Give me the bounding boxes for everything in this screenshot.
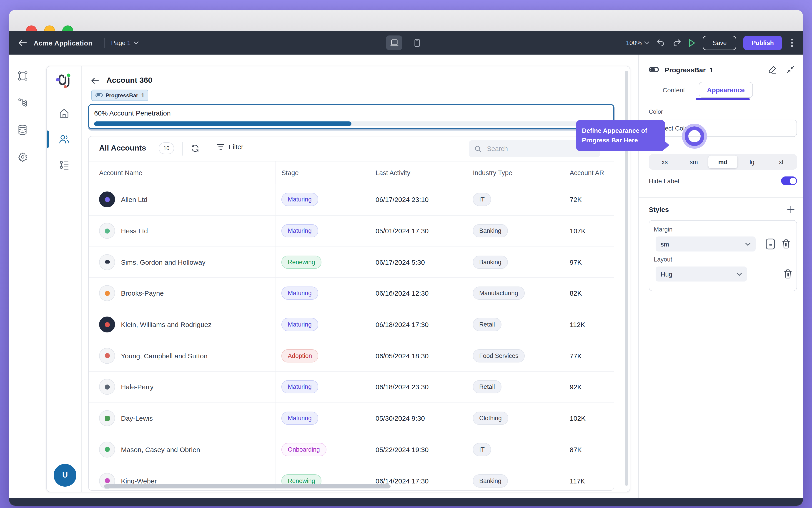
last-activity: 06/16/2024 12:30 [370, 278, 467, 308]
canvas-frame-icon[interactable] [17, 71, 28, 81]
table-row[interactable]: Hale-Perry Maturing 06/18/2024 23:30 Ret… [89, 372, 614, 403]
column-header[interactable]: Stage [275, 162, 370, 184]
last-activity: 06/18/2024 23:30 [370, 372, 467, 402]
edit-pencil-icon[interactable] [768, 66, 776, 74]
industry-badge: Banking [473, 255, 508, 268]
stage-badge: Renewing [281, 255, 321, 268]
mobile-view-button[interactable] [409, 36, 425, 50]
table-row[interactable]: Allen Ltd Maturing 06/17/2024 23:10 IT 7… [89, 184, 614, 215]
selected-widget-chip[interactable]: ProgressBar_1 [91, 90, 148, 101]
column-header[interactable]: Industry Type [467, 162, 564, 184]
hide-label-toggle[interactable] [781, 176, 797, 185]
refresh-icon[interactable] [190, 144, 199, 153]
table-row[interactable]: Day-Lewis Maturing 05/30/2024 9:30 Cloth… [89, 403, 614, 434]
stage-badge: Maturing [281, 193, 318, 206]
stage-badge: Adoption [281, 349, 318, 363]
column-header[interactable]: Account AR [564, 162, 614, 184]
page-selector[interactable]: Page 1 [111, 39, 139, 46]
tab-appearance[interactable]: Appearance [699, 82, 753, 98]
table-row[interactable]: Young, Campbell and Sutton Adoption 06/0… [89, 340, 614, 372]
desktop-background: Acme Application Page 1 100% [0, 0, 812, 508]
progressbar-track [94, 121, 608, 126]
page-title: Account 360 [106, 76, 152, 85]
company-logo [99, 285, 115, 301]
progressbar-widget[interactable]: 60% Account Penetration [88, 104, 614, 129]
table-row[interactable]: Mason, Casey and Obrien Onboarding 05/22… [89, 434, 614, 465]
back-arrow-icon[interactable] [18, 39, 27, 46]
home-icon[interactable] [59, 108, 70, 119]
editor-rail [9, 54, 36, 498]
size-option-xl[interactable]: xl [767, 156, 796, 168]
account-ar: 77K [564, 340, 614, 371]
undo-icon[interactable] [657, 39, 665, 46]
window-titlebar [9, 10, 803, 31]
database-icon[interactable] [18, 125, 27, 135]
last-activity: 06/05/2024 18:30 [370, 340, 467, 371]
table-row[interactable]: Klein, Williams and Rodriguez Maturing 0… [89, 309, 614, 340]
desktop-view-button[interactable] [386, 36, 402, 50]
account-name: Young, Campbell and Sutton [121, 352, 208, 360]
horizontal-scrollbar[interactable] [104, 484, 391, 489]
account-ar: 112K [564, 309, 614, 340]
column-header[interactable]: Account Name [89, 162, 275, 184]
account-name: Day-Lewis [121, 414, 153, 422]
size-segmented-control: xs sm md lg xl [649, 154, 797, 170]
zoom-control[interactable]: 100% [626, 39, 649, 46]
filter-button[interactable]: Filter [217, 143, 243, 151]
size-option-lg[interactable]: lg [737, 156, 767, 168]
margin-label: Margin [654, 226, 792, 233]
account-ar: 102K [564, 403, 614, 434]
company-logo [99, 441, 115, 458]
active-nav-indicator [47, 130, 49, 148]
column-header[interactable]: Last Activity [370, 162, 467, 184]
page-back-arrow-icon[interactable] [91, 77, 99, 84]
company-logo [99, 254, 115, 270]
checklist-icon[interactable] [59, 160, 70, 171]
size-option-xs[interactable]: xs [650, 156, 679, 168]
last-activity: 05/30/2024 9:30 [370, 403, 467, 434]
delete-layout-trash-icon[interactable] [784, 269, 792, 279]
panel-widget-name: ProgressBar_1 [665, 66, 762, 74]
collapse-panel-icon[interactable] [786, 66, 795, 74]
margin-sides-icon[interactable] [766, 238, 775, 250]
last-activity: 05/22/2024 19:30 [370, 434, 467, 465]
color-select-input[interactable]: Select Color [649, 120, 797, 137]
size-option-md[interactable]: md [708, 156, 737, 168]
user-avatar[interactable]: U [54, 464, 76, 486]
settings-gear-icon[interactable] [17, 152, 28, 162]
size-option-sm[interactable]: sm [679, 156, 708, 168]
flow-tree-icon[interactable] [17, 98, 28, 108]
delete-margin-trash-icon[interactable] [782, 239, 790, 249]
coach-mark-ring [685, 126, 704, 146]
company-logo [99, 410, 115, 426]
account-name: Sims, Gordon and Holloway [121, 258, 206, 266]
industry-badge: Banking [473, 474, 508, 487]
styles-title: Styles [649, 206, 669, 213]
table-row[interactable]: Sims, Gordon and Holloway Renewing 06/17… [89, 247, 614, 278]
hide-label-text: Hide Label [649, 177, 679, 184]
redo-icon[interactable] [673, 39, 681, 46]
company-logo [99, 379, 115, 395]
progressbar-fill [94, 121, 351, 126]
stage-badge: Maturing [281, 224, 318, 238]
layout-dropdown[interactable]: Hug [656, 266, 747, 282]
company-logo [99, 316, 115, 333]
publish-button[interactable]: Publish [743, 36, 782, 50]
editor-main: U Account 360 ProgressBar_1 60% Account … [9, 54, 803, 498]
account-ar: 72K [564, 184, 614, 215]
run-play-icon[interactable] [688, 38, 696, 47]
users-icon[interactable] [59, 134, 70, 144]
margin-dropdown[interactable]: sm [656, 237, 756, 252]
stage-badge: Maturing [281, 380, 318, 394]
table-row[interactable]: Brooks-Payne Maturing 06/16/2024 12:30 M… [89, 278, 614, 309]
more-options-icon[interactable] [789, 37, 795, 49]
progressbar-icon [649, 67, 659, 72]
progressbar-label: 60% Account Penetration [94, 109, 171, 117]
table-row[interactable]: Hess Ltd Maturing 05/01/2024 17:30 Banki… [89, 215, 614, 247]
app-sidebar: U [47, 67, 82, 492]
industry-badge: IT [473, 193, 491, 206]
add-style-plus-icon[interactable] [787, 206, 795, 213]
tab-content[interactable]: Content [649, 86, 699, 93]
industry-badge: Manufacturing [473, 287, 525, 300]
save-button[interactable]: Save [703, 36, 736, 50]
